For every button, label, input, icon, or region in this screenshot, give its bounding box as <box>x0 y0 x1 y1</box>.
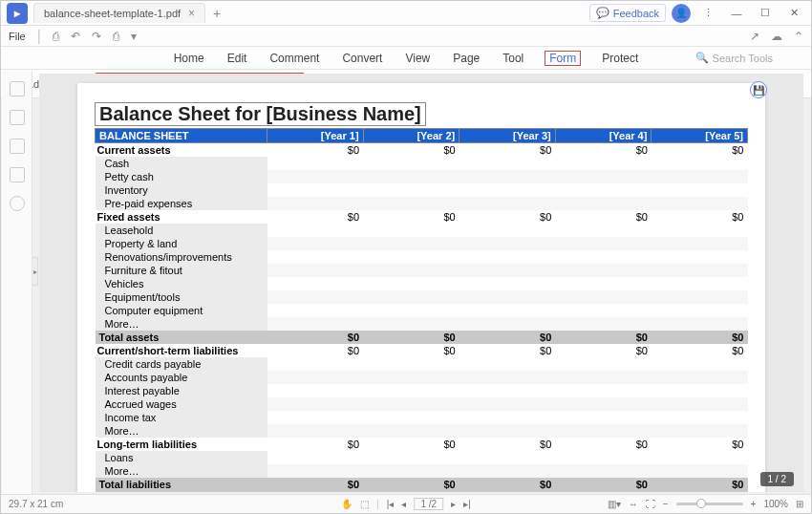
cell-value[interactable] <box>459 290 556 304</box>
cell-value[interactable] <box>267 411 364 424</box>
undo-icon[interactable]: ↶ <box>71 30 80 43</box>
cell-value[interactable] <box>555 277 652 290</box>
cell-value[interactable] <box>363 224 459 237</box>
cell-value[interactable] <box>267 304 364 317</box>
cell-value[interactable] <box>555 451 652 464</box>
cell-value[interactable]: $0 <box>459 438 556 451</box>
cell-value[interactable] <box>652 277 748 290</box>
item-label[interactable]: Renovations/improvements <box>105 251 232 263</box>
save-pin-icon[interactable]: 💾 <box>750 81 767 98</box>
cell-value[interactable]: $0 <box>267 143 364 158</box>
cell-value[interactable] <box>555 357 652 371</box>
cell-value[interactable] <box>555 157 652 170</box>
cell-value[interactable] <box>363 424 459 438</box>
cell-value[interactable]: $0 <box>652 331 748 344</box>
cell-value[interactable] <box>652 357 748 371</box>
cell-value[interactable] <box>652 224 748 237</box>
item-label[interactable]: More… <box>105 425 139 437</box>
cell-value[interactable] <box>267 464 364 478</box>
item-label[interactable]: Vehicles <box>105 278 144 289</box>
item-label[interactable]: Credit cards payable <box>105 358 202 370</box>
sidebar-collapse-handle[interactable]: ▸ <box>32 257 38 286</box>
item-label[interactable]: Furniture & fitout <box>105 265 182 276</box>
cell-value[interactable] <box>652 250 748 264</box>
cell-value[interactable] <box>363 411 459 424</box>
menu-page[interactable]: Page <box>451 50 481 67</box>
menu-tool[interactable]: Tool <box>501 50 525 67</box>
cell-value[interactable]: $0 <box>555 331 652 344</box>
cell-value[interactable]: $0 <box>652 344 748 357</box>
cell-value[interactable] <box>267 237 364 250</box>
header-year-4[interactable]: [Year 4] <box>555 129 652 143</box>
cell-value[interactable] <box>363 277 459 290</box>
cell-value[interactable] <box>363 170 459 183</box>
cell-value[interactable] <box>555 464 652 478</box>
cell-value[interactable] <box>652 371 748 384</box>
cell-value[interactable]: $0 <box>555 438 652 451</box>
cell-value[interactable]: $0 <box>555 344 652 357</box>
cell-value[interactable] <box>555 264 652 277</box>
cell-value[interactable] <box>555 250 652 264</box>
cell-value[interactable]: $0 <box>363 478 459 491</box>
cell-value[interactable]: $0 <box>267 344 364 357</box>
cell-value[interactable] <box>363 384 459 397</box>
layers-icon[interactable] <box>10 167 25 182</box>
header-year-3[interactable]: [Year 3] <box>459 129 556 143</box>
item-label[interactable]: Cash <box>105 158 130 169</box>
cell-value[interactable] <box>459 371 556 384</box>
cell-value[interactable] <box>652 464 748 478</box>
cell-value[interactable] <box>363 304 459 317</box>
close-button[interactable]: ✕ <box>782 4 805 23</box>
cell-value[interactable] <box>459 304 556 317</box>
cell-value[interactable] <box>555 183 652 197</box>
item-label[interactable]: Leasehold <box>105 225 154 236</box>
document-viewport[interactable]: 💾 Balance Sheet for [Business Name] BALA… <box>39 74 803 492</box>
cell-value[interactable]: $0 <box>459 331 556 344</box>
user-avatar-icon[interactable]: 👤 <box>672 4 691 23</box>
cell-value[interactable]: $0 <box>459 143 556 158</box>
cell-value[interactable] <box>652 317 748 331</box>
cell-value[interactable]: $0 <box>459 344 556 357</box>
cell-value[interactable] <box>555 197 652 210</box>
file-menu[interactable]: File <box>9 31 26 42</box>
zoom-out-icon[interactable]: − <box>663 499 669 509</box>
item-label[interactable]: Computer equipment <box>105 305 203 316</box>
cell-value[interactable] <box>459 224 556 237</box>
cell-value[interactable] <box>555 224 652 237</box>
cell-value[interactable]: $0 <box>363 344 459 357</box>
item-label[interactable]: Interest payable <box>105 385 180 396</box>
cell-value[interactable] <box>459 357 556 371</box>
cell-value[interactable]: $0 <box>267 478 364 491</box>
cell-value[interactable] <box>363 237 459 250</box>
page-number-input[interactable]: 1 /2 <box>414 498 443 510</box>
cell-value[interactable] <box>363 157 459 170</box>
cell-value[interactable] <box>363 250 459 264</box>
cell-value[interactable] <box>267 183 364 197</box>
item-label[interactable]: Inventory <box>105 184 148 196</box>
cell-value[interactable] <box>363 317 459 331</box>
cell-value[interactable] <box>459 237 556 250</box>
cell-value[interactable] <box>267 451 364 464</box>
cell-value[interactable]: $0 <box>459 210 556 224</box>
last-page-icon[interactable]: ▸| <box>463 499 471 509</box>
menu-comment[interactable]: Comment <box>267 50 321 67</box>
header-year-2[interactable]: [Year 2] <box>363 129 459 143</box>
item-label[interactable]: More… <box>105 465 139 477</box>
cell-value[interactable] <box>555 237 652 250</box>
header-year-1[interactable]: [Year 1] <box>267 129 364 143</box>
cell-value[interactable]: $0 <box>363 491 459 492</box>
cell-value[interactable] <box>267 371 364 384</box>
cell-value[interactable] <box>267 290 364 304</box>
cell-value[interactable] <box>267 170 364 183</box>
cell-value[interactable] <box>555 397 652 411</box>
cell-value[interactable] <box>459 197 556 210</box>
cell-value[interactable] <box>652 264 748 277</box>
prev-page-icon[interactable]: ◂ <box>401 499 406 509</box>
share-icon[interactable]: ↗ <box>750 30 759 43</box>
cell-value[interactable] <box>459 317 556 331</box>
cell-value[interactable] <box>459 157 556 170</box>
thumbnails-icon[interactable] <box>10 81 25 96</box>
cell-value[interactable] <box>652 290 748 304</box>
cell-value[interactable] <box>459 424 556 438</box>
item-label[interactable]: Accrued wages <box>105 398 177 410</box>
